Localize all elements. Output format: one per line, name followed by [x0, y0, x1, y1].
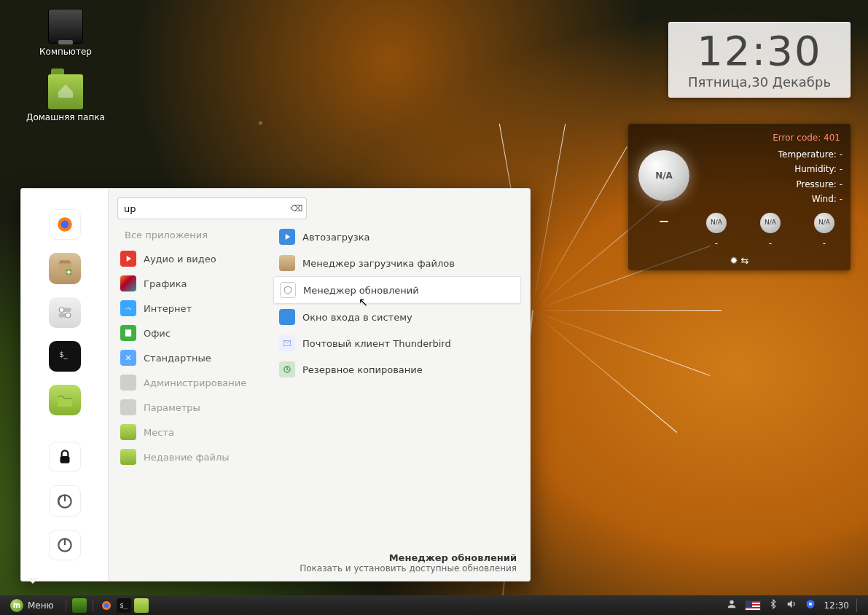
- category-graphics[interactable]: Графика: [113, 271, 266, 296]
- category-accessories[interactable]: Стандартные: [113, 345, 266, 370]
- favorite-lock-screen[interactable]: [49, 442, 81, 472]
- category-label: Графика: [144, 278, 187, 289]
- weather-temp-label: Temperature:: [778, 149, 837, 160]
- tray-bluetooth-icon[interactable]: [768, 598, 778, 612]
- menu-search[interactable]: ⌫: [117, 197, 307, 219]
- tray-clock[interactable]: 12:30: [824, 600, 849, 611]
- favorite-settings[interactable]: [49, 297, 81, 328]
- category-label: Администрирование: [144, 377, 246, 388]
- forecast-icon: N/A: [706, 213, 727, 233]
- weather-forecast: N/A- N/A- N/A-: [698, 213, 842, 251]
- category-label: Недавние файлы: [144, 452, 230, 463]
- category-label: Параметры: [144, 402, 200, 413]
- tray-user-icon[interactable]: [726, 598, 738, 612]
- quicklaunch-terminal[interactable]: $_: [117, 598, 131, 613]
- category-label: Интернет: [144, 303, 192, 314]
- applications-menu: $_ ⌫ Все приложения Аудио и видео График…: [20, 188, 531, 581]
- menu-footer: Менеджер обновлений Показать и установит…: [300, 552, 517, 573]
- app-label: Менеджер загрузчика файлов: [302, 258, 455, 269]
- svg-point-18: [809, 603, 812, 606]
- favorite-software-manager[interactable]: [49, 253, 81, 283]
- svg-point-5: [59, 308, 64, 313]
- menu-button[interactable]: m Меню: [4, 597, 60, 614]
- svg-point-17: [730, 600, 734, 604]
- app-label: Автозагрузка: [302, 232, 370, 243]
- desktop-icon-label: Домашняя папка: [22, 112, 109, 122]
- favorite-terminal[interactable]: $_: [49, 341, 81, 372]
- app-backup[interactable]: Резервное копирование: [273, 356, 521, 383]
- weather-humidity-value: -: [840, 164, 842, 174]
- svg-point-1: [60, 221, 69, 229]
- moon-icon: N/A: [638, 150, 689, 201]
- category-label: Аудио и видео: [144, 254, 216, 265]
- clock-widget: 12:30 Пятница,30 Декабрь: [668, 22, 851, 98]
- tray-volume-icon[interactable]: [786, 598, 797, 612]
- weather-wind-label: Wind:: [812, 194, 837, 204]
- desktop-icon-label: Компьютер: [22, 47, 109, 57]
- app-update-manager[interactable]: Менеджер обновлений: [273, 276, 521, 304]
- desktop-icon-home[interactable]: Домашняя папка: [22, 74, 109, 122]
- category-list: Все приложения Аудио и видео Графика Инт…: [113, 224, 266, 469]
- quicklaunch-firefox[interactable]: [99, 598, 114, 613]
- favorite-logout[interactable]: [49, 485, 81, 516]
- search-clear-icon[interactable]: ⌫: [287, 203, 306, 214]
- svg-rect-13: [125, 329, 131, 336]
- favorite-files[interactable]: [49, 385, 81, 415]
- weather-refresh[interactable]: ✹ ⇆: [638, 255, 840, 266]
- panel-separator: [66, 599, 66, 612]
- applications-list: Автозагрузка Менеджер загрузчика файлов …: [266, 224, 521, 383]
- category-label: Офис: [144, 328, 171, 339]
- category-preferences[interactable]: Параметры: [113, 395, 266, 420]
- tray-keyboard-layout-icon[interactable]: [745, 600, 761, 611]
- weather-wind-value: -: [840, 194, 842, 204]
- forecast-value: -: [698, 236, 735, 251]
- app-label: Резервное копирование: [302, 364, 423, 375]
- tray-update-shield-icon[interactable]: [805, 598, 816, 612]
- quicklaunch-files[interactable]: [134, 598, 149, 613]
- footer-description: Показать и установить доступные обновлен…: [300, 563, 517, 573]
- favorite-shutdown[interactable]: [49, 530, 81, 560]
- category-administration[interactable]: Администрирование: [113, 370, 266, 395]
- clock-date: Пятница,30 Декабрь: [688, 74, 831, 90]
- category-label: Стандартные: [144, 353, 211, 364]
- weather-current-temp: –: [659, 208, 669, 232]
- category-places[interactable]: Места: [113, 420, 266, 444]
- app-thunderbird[interactable]: Почтовый клиент Thunderbird: [273, 330, 521, 356]
- weather-pressure-label: Pressure:: [797, 179, 837, 189]
- taskbar: m Меню $_ 12:30: [0, 595, 868, 615]
- category-recent[interactable]: Недавние файлы: [113, 444, 266, 469]
- categories-header: Все приложения: [113, 224, 266, 246]
- menu-button-label: Меню: [28, 600, 54, 611]
- tray-show-desktop-icon[interactable]: [856, 599, 861, 612]
- svg-point-16: [103, 603, 109, 608]
- footer-title: Менеджер обновлений: [300, 552, 517, 563]
- svg-rect-9: [60, 456, 69, 463]
- app-bootloader[interactable]: Менеджер загрузчика файлов: [273, 250, 521, 276]
- category-audio-video[interactable]: Аудио и видео: [113, 246, 266, 271]
- forecast-value: -: [806, 236, 842, 251]
- forecast-icon: N/A: [814, 213, 834, 233]
- category-label: Места: [144, 427, 174, 438]
- category-internet[interactable]: Интернет: [113, 296, 266, 321]
- weather-temp-value: -: [840, 149, 842, 160]
- favorites-column: $_: [21, 189, 109, 581]
- svg-text:$_: $_: [59, 350, 67, 359]
- favorite-firefox[interactable]: [49, 209, 81, 240]
- weather-pressure-value: -: [840, 179, 842, 189]
- clock-time: 12:30: [688, 27, 831, 74]
- app-startup[interactable]: Автозагрузка: [273, 224, 521, 250]
- panel-separator: [93, 599, 93, 612]
- category-office[interactable]: Офис: [113, 321, 266, 345]
- svg-point-7: [66, 313, 71, 318]
- weather-error: Error code: 401: [638, 133, 840, 143]
- mint-logo-icon: m: [10, 599, 23, 612]
- computer-icon: [48, 9, 83, 44]
- weather-humidity-label: Humidity:: [794, 164, 837, 174]
- app-label: Почтовый клиент Thunderbird: [302, 338, 451, 349]
- search-input[interactable]: [118, 200, 287, 217]
- svg-rect-12: [63, 538, 65, 545]
- quicklaunch-show-desktop[interactable]: [72, 598, 87, 613]
- desktop-icon-computer[interactable]: Компьютер: [22, 9, 109, 57]
- app-login-window[interactable]: Окно входа в систему: [273, 304, 521, 330]
- weather-widget: Error code: 401 N/A – Temperature: - Hum…: [628, 124, 851, 270]
